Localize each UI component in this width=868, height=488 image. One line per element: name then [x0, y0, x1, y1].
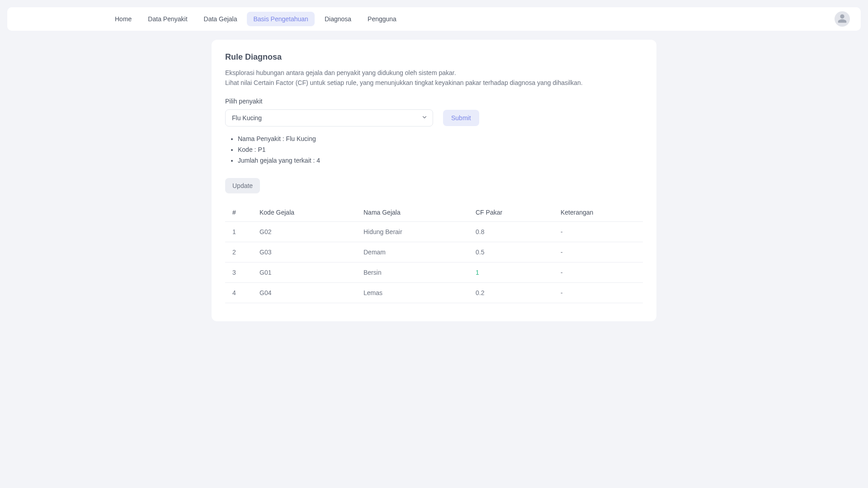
info-nama-label: Nama Penyakit :	[238, 135, 286, 142]
form-row: Submit	[225, 109, 643, 127]
cell-ket: -	[553, 221, 643, 242]
th-ket: Keterangan	[553, 203, 643, 222]
desc-line-2: Lihat nilai Certain Factor (CF) untuk se…	[225, 79, 583, 86]
cell-kode: G03	[252, 242, 356, 262]
nav-home[interactable]: Home	[108, 12, 138, 26]
nav-menu: Home Data Penyakit Data Gejala Basis Pen…	[108, 12, 403, 26]
avatar[interactable]	[835, 11, 850, 27]
table-row: 4G04Lemas0.2-	[225, 282, 643, 303]
navbar: Home Data Penyakit Data Gejala Basis Pen…	[7, 7, 861, 31]
cell-kode: G02	[252, 221, 356, 242]
nav-pengguna[interactable]: Pengguna	[361, 12, 403, 26]
cell-nama: Lemas	[356, 282, 468, 303]
table-row: 2G03Demam0.5-	[225, 242, 643, 262]
info-jumlah-label: Jumlah gejala yang terkait :	[238, 157, 316, 164]
th-num: #	[225, 203, 252, 222]
update-button[interactable]: Update	[225, 178, 260, 193]
th-kode: Kode Gejala	[252, 203, 356, 222]
cell-ket: -	[553, 242, 643, 262]
cell-kode: G01	[252, 262, 356, 282]
cell-num: 2	[225, 242, 252, 262]
nav-diagnosa[interactable]: Diagnosa	[318, 12, 358, 26]
cell-nama: Bersin	[356, 262, 468, 282]
cell-num: 3	[225, 262, 252, 282]
info-nama-value: Flu Kucing	[286, 135, 316, 142]
cell-ket: -	[553, 262, 643, 282]
cell-cf: 0.8	[468, 221, 553, 242]
cell-nama: Hidung Berair	[356, 221, 468, 242]
cell-ket: -	[553, 282, 643, 303]
submit-button[interactable]: Submit	[443, 110, 479, 126]
th-nama: Nama Gejala	[356, 203, 468, 222]
page-title: Rule Diagnosa	[225, 52, 643, 62]
nav-data-penyakit[interactable]: Data Penyakit	[142, 12, 193, 26]
cell-num: 4	[225, 282, 252, 303]
info-kode: Kode : P1	[238, 145, 643, 155]
info-jumlah: Jumlah gejala yang terkait : 4	[238, 155, 643, 166]
cell-nama: Demam	[356, 242, 468, 262]
user-icon	[837, 14, 847, 25]
penyakit-select-wrap	[225, 109, 433, 127]
main-card: Rule Diagnosa Eksplorasi hubungan antara…	[212, 40, 656, 321]
info-kode-label: Kode :	[238, 146, 258, 153]
nav-data-gejala[interactable]: Data Gejala	[198, 12, 244, 26]
table-row: 3G01Bersin1-	[225, 262, 643, 282]
page-description: Eksplorasi hubungan antara gejala dan pe…	[225, 68, 643, 88]
table-header-row: # Kode Gejala Nama Gejala CF Pakar Keter…	[225, 203, 643, 222]
nav-basis-pengetahuan[interactable]: Basis Pengetahuan	[247, 12, 314, 26]
penyakit-select[interactable]	[225, 109, 433, 127]
cell-num: 1	[225, 221, 252, 242]
desc-line-1: Eksplorasi hubungan antara gejala dan pe…	[225, 69, 456, 76]
cell-kode: G04	[252, 282, 356, 303]
penyakit-info-list: Nama Penyakit : Flu Kucing Kode : P1 Jum…	[225, 134, 643, 166]
info-nama: Nama Penyakit : Flu Kucing	[238, 134, 643, 145]
select-label: Pilih penyakit	[225, 98, 643, 105]
info-jumlah-value: 4	[316, 157, 320, 164]
cell-cf: 0.5	[468, 242, 553, 262]
cell-cf: 0.2	[468, 282, 553, 303]
info-kode-value: P1	[258, 146, 265, 153]
th-cf: CF Pakar	[468, 203, 553, 222]
gejala-table: # Kode Gejala Nama Gejala CF Pakar Keter…	[225, 203, 643, 303]
cell-cf: 1	[468, 262, 553, 282]
table-row: 1G02Hidung Berair0.8-	[225, 221, 643, 242]
